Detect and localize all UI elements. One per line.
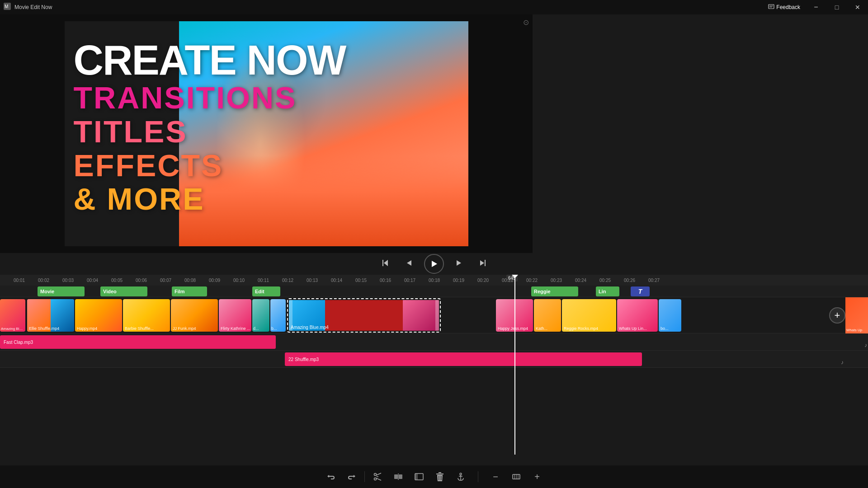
ruler-mark-15: 00:15: [355, 278, 367, 283]
ruler-mark-18: 00:18: [429, 278, 440, 283]
toolbar-divider-1: [364, 471, 365, 482]
clip-bo[interactable]: bo...: [659, 299, 681, 332]
ruler-mark-11: 00:11: [258, 278, 269, 283]
clip-ellie-shuffle[interactable]: Ellie Shuffle.mp4: [27, 299, 74, 332]
feedback-icon: [768, 4, 774, 10]
anchor-button[interactable]: [453, 469, 469, 485]
whatsup-thumbnail: Whats Up: [845, 297, 868, 333]
clip-happy[interactable]: Happy.mp4: [75, 299, 122, 332]
ruler-mark-2: 00:02: [38, 278, 49, 283]
svg-point-6: [374, 478, 377, 480]
clip-barbie-shuffle[interactable]: Barbie Shuffle...: [123, 299, 170, 332]
svg-line-7: [376, 473, 381, 475]
title-track: Movie Video Film Edit Reggie Lin T: [0, 286, 868, 297]
skip-to-start-button[interactable]: [377, 256, 393, 272]
clip-reggie-rocks[interactable]: Reggie Rocks.mp4: [562, 299, 616, 332]
clip-amazing-blue-1[interactable]: Amazing Blue.mp4: [0, 299, 25, 332]
svg-rect-2: [769, 5, 774, 9]
title-clip-lin[interactable]: Lin: [596, 286, 619, 296]
ruler-mark-27: 00:27: [648, 278, 660, 283]
screenshot-icon[interactable]: ⊙: [523, 18, 529, 27]
add-clip-button[interactable]: +: [829, 307, 845, 324]
title-clip-film[interactable]: Film: [172, 286, 207, 296]
clip-b[interactable]: b...: [270, 299, 286, 332]
transport-controls: [0, 253, 868, 275]
audio-track-1: Fast Clap.mp3 ♪: [0, 333, 868, 351]
ruler-mark-4: 00:04: [87, 278, 98, 283]
preview-text: CREATE NOW TRANSITIONS TITLES EFFECTS & …: [74, 39, 346, 216]
preview-text-line1: CREATE NOW: [74, 39, 346, 81]
title-clip-edit[interactable]: Edit: [252, 286, 280, 296]
ruler-mark-26: 00:26: [624, 278, 635, 283]
title-bar: M Movie Edit Now Feedback − □ ✕: [0, 0, 868, 14]
title-clip-movie[interactable]: Movie: [38, 286, 85, 296]
svg-point-5: [374, 474, 377, 476]
music-note-icon: ♪: [864, 342, 867, 348]
svg-rect-11: [399, 474, 402, 479]
maximize-button[interactable]: □: [826, 0, 847, 14]
ruler-mark-19: 00:19: [453, 278, 464, 283]
svg-line-9: [377, 477, 379, 477]
svg-text:M: M: [5, 4, 8, 9]
ruler-mark-23: 00:23: [551, 278, 562, 283]
undo-button[interactable]: [323, 469, 339, 485]
music-note-icon-2: ♪: [841, 359, 844, 366]
next-frame-button[interactable]: [451, 256, 467, 272]
bottom-toolbar: − +: [0, 465, 868, 488]
ruler-mark-12: 00:12: [282, 278, 293, 283]
audio-clip-fast-clap[interactable]: Fast Clap.mp3: [0, 335, 276, 349]
cut-button[interactable]: [369, 469, 386, 485]
ruler-mark-1: 00:01: [14, 278, 25, 283]
preview-text-line3: TITLES: [74, 115, 346, 149]
clip-amazing-blue-selected[interactable]: Amazing Blue.mp4: [287, 298, 441, 333]
clip-flirty-kathrine[interactable]: Flirty Kathrine ...: [219, 299, 251, 332]
zoom-in-button[interactable]: +: [529, 469, 545, 485]
ruler-mark-7: 00:07: [160, 278, 171, 283]
trim-button[interactable]: [411, 469, 427, 485]
video-track: Amazing Blue.mp4 Ellie Shuffle.mp4 Happy…: [0, 297, 868, 333]
ruler-mark-17: 00:17: [404, 278, 415, 283]
clip-jj-funk[interactable]: JJ Funk.mp4: [171, 299, 218, 332]
title-clip-t[interactable]: T: [631, 286, 650, 296]
ruler-mark-9: 00:09: [209, 278, 220, 283]
ruler-mark-16: 00:16: [380, 278, 391, 283]
ruler-mark-21: 00:21: [502, 278, 513, 283]
audio-track-2: 22 Shuffle.mp3 ♪: [0, 351, 868, 368]
timeline-tracks: Movie Video Film Edit Reggie Lin T: [0, 286, 868, 465]
ruler-mark-24: 00:24: [575, 278, 586, 283]
trim-handle-right[interactable]: [435, 300, 439, 331]
title-clip-reggie[interactable]: Reggie: [531, 286, 578, 296]
ruler-mark-6: 00:06: [136, 278, 147, 283]
play-pause-button[interactable]: [424, 254, 444, 274]
trim-handle-left[interactable]: [289, 300, 292, 331]
timeline-ruler: 645 00:01 00:02 00:03 00:04 00:05 00:06 …: [0, 275, 868, 286]
app-icon: M: [4, 3, 11, 12]
timeline: 645 00:01 00:02 00:03 00:04 00:05 00:06 …: [0, 275, 868, 465]
ruler-mark-10: 00:10: [233, 278, 245, 283]
ruler-mark-8: 00:08: [184, 278, 196, 283]
delete-button[interactable]: [432, 469, 448, 485]
preview-content: CREATE NOW TRANSITIONS TITLES EFFECTS & …: [65, 21, 468, 246]
ruler-mark-3: 00:03: [62, 278, 74, 283]
ruler-mark-22: 00:22: [526, 278, 538, 283]
split-button[interactable]: [390, 469, 406, 485]
previous-frame-button[interactable]: [401, 256, 417, 272]
frame-fit-button[interactable]: [508, 469, 524, 485]
clip-d[interactable]: d...: [252, 299, 269, 332]
ruler-mark-20: 00:20: [477, 278, 489, 283]
zoom-out-button[interactable]: −: [487, 469, 504, 485]
ruler-mark-5: 00:05: [111, 278, 123, 283]
ruler-mark-14: 00:14: [331, 278, 342, 283]
skip-to-end-button[interactable]: [475, 256, 491, 272]
redo-button[interactable]: [344, 469, 360, 485]
svg-point-15: [460, 473, 462, 475]
minimize-button[interactable]: −: [806, 0, 826, 14]
feedback-button[interactable]: Feedback: [763, 2, 806, 12]
play-icon: [430, 260, 438, 268]
audio-clip-22-shuffle[interactable]: 22 Shuffle.mp3: [285, 352, 642, 366]
clip-whatsup-lin[interactable]: Whats Up Lin...: [617, 299, 658, 332]
close-button[interactable]: ✕: [847, 0, 868, 14]
clip-happy-jess[interactable]: Happy Jess.mp4: [496, 299, 533, 332]
clip-kath[interactable]: Kath...: [534, 299, 561, 332]
title-clip-video[interactable]: Video: [100, 286, 147, 296]
